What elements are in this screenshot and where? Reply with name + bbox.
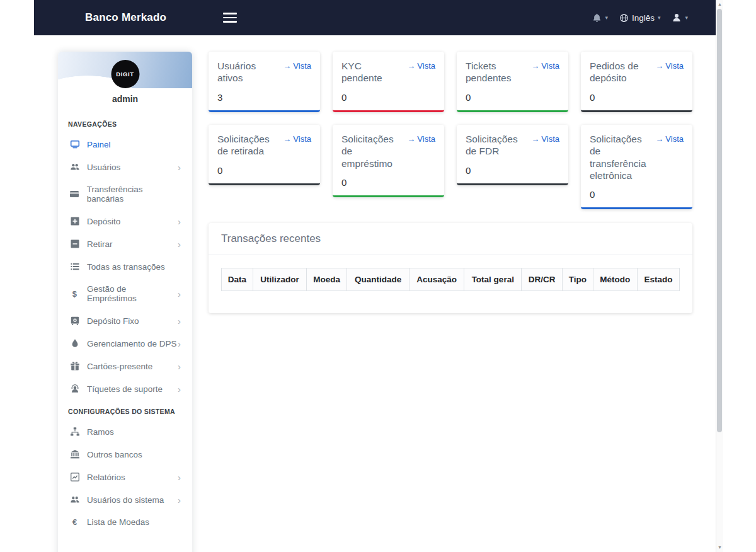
sidebar-item-tiquetes-de-suporte[interactable]: Tíquetes de suporte › [68,377,182,400]
stat-card-pedidos-de-deposito: Pedidos de depósito →Vista 0 [581,52,692,112]
chevron-down-icon: ▾ [685,15,688,21]
bell-icon [592,13,602,23]
arrow-right-icon: → [283,61,291,71]
sidebar-item-relatorios[interactable]: Relatórios › [68,466,182,488]
sidebar-item-label: Retirar [87,239,113,249]
hamburger-bar [223,13,237,14]
sidebar-item-label: Depósito [87,217,120,226]
sidebar-item-outros-bancos[interactable]: Outros bancos [68,443,182,466]
sidebar-item-retirar[interactable]: Retirar › [68,233,182,255]
credit-card-icon [69,189,80,199]
view-link[interactable]: →Vista [531,61,559,84]
view-link[interactable]: →Vista [531,134,559,158]
transactions-table: Data Utilizador Moeda Quantidade Acusaçã… [221,268,680,291]
stat-card-title: Solicitações de empréstimo [341,133,403,170]
sidebar-item-transferencias-bancarias[interactable]: Transferências bancárias [68,178,182,210]
hamburger-bar [223,21,237,22]
sidebar-item-todas-as-transacoes[interactable]: Todas as transações [68,255,182,278]
stat-card-value: 0 [341,92,435,103]
sidebar-item-deposito-fixo[interactable]: Depósito Fixo › [68,309,182,332]
sidebar-item-label: Cartões-presente [87,362,152,371]
sidebar-item-label: Gestão de Empréstimos [87,284,178,303]
sidebar-item-label: Transferências bancárias [87,185,181,204]
sidebar-item-ramos[interactable]: Ramos [68,420,182,443]
hamburger-bar [223,17,237,18]
stat-card-value: 3 [217,92,311,103]
stat-card-tickets-pendentes: Tickets pendentes →Vista 0 [457,52,568,112]
sidebar-item-gestao-de-emprestimos[interactable]: $ Gestão de Empréstimos › [68,278,182,309]
view-link[interactable]: →Vista [407,134,435,170]
sidebar-item-lista-de-moedas[interactable]: € Lista de Moedas [68,511,182,533]
brand-logo: DIGIT [111,60,139,88]
notifications-button[interactable]: ▾ [592,13,608,23]
column-header-drcr: DR/CR [522,268,563,291]
navbar-actions: ▾ Inglês ▾ ▾ [592,13,688,23]
sidebar-item-label: Todas as transações [87,262,165,272]
sidebar-item-label: Painel [87,140,111,149]
section-label-navigation: NAVEGAÇÕES [68,120,182,128]
stat-card-title: Solicitações de transferência eletrônica [590,133,651,182]
user-menu[interactable]: ▾ [672,13,688,23]
view-link[interactable]: →Vista [283,61,311,84]
chevron-right-icon: › [178,289,181,299]
sidebar-item-painel[interactable]: Painel [68,133,182,156]
stat-cards-row-2: Solicitações de retirada →Vista 0 Solici… [209,125,692,210]
language-selector[interactable]: Inglês ▾ [619,13,661,23]
sidebar-item-label: Gerenciamento de DPS [87,339,177,348]
stat-card-title: Tickets pendentes [466,60,527,84]
stat-card-title: Solicitações de retirada [217,133,279,158]
stat-card-title: Solicitações de FDR [466,133,527,158]
language-label: Inglês [632,13,655,23]
view-link[interactable]: →Vista [655,134,684,182]
sidebar-item-gerenciamento-de-dps[interactable]: Gerenciamento de DPS › [68,332,182,355]
scrollbar-thumb[interactable] [717,9,722,432]
bank-icon [69,449,80,459]
droplet-icon [69,338,80,348]
stat-card-usuarios-ativos: Usuários ativos →Vista 3 [209,52,320,112]
system-users-icon [69,495,80,505]
vertical-scrollbar[interactable]: ▲ ▼ [716,0,723,552]
stat-card-kyc-pendente: KYC pendente →Vista 0 [333,52,444,112]
stat-card-title: KYC pendente [341,60,403,84]
list-icon [69,262,80,272]
column-header-total-geral: Total geral [464,268,522,291]
deposit-plus-icon [69,216,80,226]
arrow-right-icon: → [531,134,539,144]
chevron-right-icon: › [178,339,181,348]
view-link[interactable]: →Vista [407,61,435,84]
brand-title[interactable]: Banco Merkado [85,11,166,24]
sidebar-item-label: Relatórios [87,473,125,482]
arrow-right-icon: → [407,134,415,144]
stat-card-solicitacoes-de-transferencia: Solicitações de transferência eletrônica… [581,125,692,210]
column-header-metodo: Método [593,268,637,291]
recent-transactions-title: Transações recentes [209,223,692,255]
menu-toggle-icon[interactable] [220,10,239,25]
sidebar-item-usuarios[interactable]: Usuários › [68,156,182,178]
chevron-right-icon: › [178,163,181,172]
chevron-down-icon: ▾ [658,15,661,21]
sidebar-banner: DIGIT [58,52,192,88]
stat-card-value: 0 [590,92,684,103]
scroll-down-arrow-icon[interactable]: ▼ [716,544,723,551]
view-link[interactable]: →Vista [655,61,684,84]
recent-transactions-card: Transações recentes Data Utilizador Moed… [209,223,692,313]
chevron-right-icon: › [178,239,181,249]
support-headset-icon [69,384,80,394]
sidebar-nav: NAVEGAÇÕES Painel Usuários › Transferênc… [58,104,192,546]
column-header-data: Data [222,268,253,291]
stat-card-solicitacoes-de-retirada: Solicitações de retirada →Vista 0 [209,125,320,185]
sidebar-item-label: Lista de Moedas [87,517,149,527]
stat-card-solicitacoes-de-emprestimo: Solicitações de empréstimo →Vista 0 [333,125,444,197]
stat-card-value: 0 [590,189,684,200]
scroll-up-arrow-icon[interactable]: ▲ [716,1,723,8]
sidebar-item-cartoes-presente[interactable]: Cartões-presente › [68,355,182,377]
stat-card-title: Usuários ativos [217,60,279,84]
sidebar-item-deposito[interactable]: Depósito › [68,210,182,233]
sidebar-item-usuarios-do-sistema[interactable]: Usuários do sistema › [68,488,182,511]
section-label-system-settings: CONFIGURAÇÕES DO SISTEMA [68,408,182,415]
stat-card-value: 0 [466,165,559,176]
arrow-right-icon: → [655,134,663,144]
view-link[interactable]: →Vista [283,134,311,158]
users-icon [69,162,80,172]
sidebar-item-label: Tíquetes de suporte [87,384,163,394]
